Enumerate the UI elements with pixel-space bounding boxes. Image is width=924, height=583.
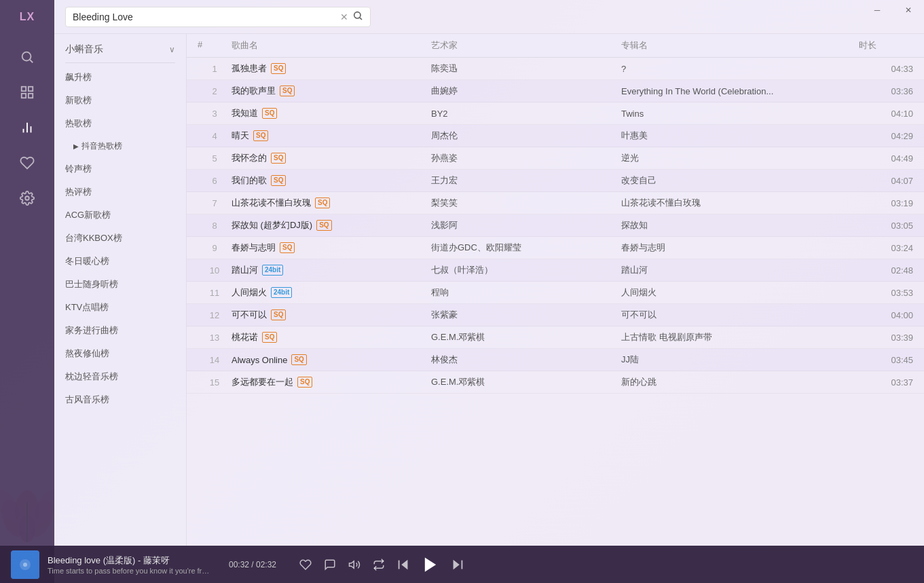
- song-artist: G.E.M.邓紫棋: [431, 331, 621, 343]
- nav-item-lingshen[interactable]: 铃声榜: [54, 157, 186, 181]
- song-album: Everything In The World (Celebration...: [621, 86, 859, 96]
- song-artist: 程响: [431, 286, 621, 299]
- nav-item-xinge[interactable]: 新歌榜: [54, 89, 186, 112]
- sidebar: LX: [0, 0, 54, 583]
- nav-item-gufeng[interactable]: 古风音乐榜: [54, 388, 186, 411]
- search-wrapper: ✕: [65, 7, 371, 27]
- table-row[interactable]: 8 探故知 (超梦幻DJ版) SQ 浅影阿 探故知 03:05: [187, 214, 924, 237]
- song-name: 可不可以: [232, 309, 267, 321]
- svg-rect-3: [29, 87, 33, 91]
- sq-badge: SQ: [271, 175, 286, 186]
- col-album: 专辑名: [621, 39, 859, 52]
- search-input[interactable]: [73, 12, 336, 22]
- table-row[interactable]: 11 人间烟火 24bit 程响 人间烟火 03:53: [187, 282, 924, 304]
- app-logo: LX: [14, 7, 41, 27]
- song-title: 桃花诺 SQ: [232, 331, 431, 343]
- nav-item-arrow: ▶: [73, 143, 79, 150]
- song-album: 新的心跳: [621, 376, 859, 388]
- sq-badge: SQ: [315, 198, 330, 208]
- volume-button[interactable]: [344, 554, 365, 576]
- prev-button[interactable]: [392, 554, 414, 576]
- song-name: 我们的歌: [232, 174, 267, 187]
- player-bar: Bleeding love (温柔版) - 藤茉呀 Time starts to…: [0, 546, 924, 583]
- nav-item-rege[interactable]: 热歌榜: [54, 112, 186, 135]
- nav-item-reping[interactable]: 热评榜: [54, 181, 186, 204]
- song-album: 逆光: [621, 152, 859, 164]
- song-artist: 张紫豪: [431, 309, 621, 321]
- table-row[interactable]: 4 晴天 SQ 周杰伦 叶惠美 04:29: [187, 125, 924, 147]
- row-number: 6: [198, 176, 232, 186]
- favorite-button[interactable]: [295, 554, 316, 576]
- sidebar-chart-icon[interactable]: [11, 111, 43, 144]
- table-row[interactable]: 1 孤独患者 SQ 陈奕迅 ? 04:33: [187, 58, 924, 80]
- nav-item-acg[interactable]: ACG新歌榜: [54, 204, 186, 227]
- nav-item-jiawu[interactable]: 家务进行曲榜: [54, 319, 186, 342]
- song-artist: 孙燕姿: [431, 152, 621, 164]
- player-controls: [295, 551, 468, 578]
- nav-item-bashi[interactable]: 巴士随身听榜: [54, 273, 186, 296]
- table-row[interactable]: 5 我怀念的 SQ 孙燕姿 逆光 04:49: [187, 147, 924, 170]
- player-subtitle: Time starts to pass before you know it y…: [48, 567, 210, 575]
- sq-badge: SQ: [291, 354, 306, 365]
- table-row[interactable]: 12 可不可以 SQ 张紫豪 可不可以 04:00: [187, 304, 924, 326]
- svg-point-17: [354, 12, 361, 18]
- nav-item-piaosheng[interactable]: 飙升榜: [54, 66, 186, 89]
- nav-item-ktv[interactable]: KTV点唱榜: [54, 296, 186, 319]
- song-duration: 03:53: [859, 288, 913, 298]
- table-row[interactable]: 7 山茶花读不懂白玫瑰 SQ 梨笑笑 山茶花读不懂白玫瑰 03:19: [187, 192, 924, 214]
- main-content: ✕ 小蝌音乐 ∨ 飙升榜 新歌榜 热歌榜 ▶抖音热歌榜 铃声榜 热评榜: [54, 0, 924, 546]
- sidebar-library-icon[interactable]: [11, 76, 43, 109]
- song-artist: 周杰伦: [431, 130, 621, 142]
- next-button[interactable]: [447, 554, 468, 576]
- table-row[interactable]: 10 踏山河 24bit 七叔（叶泽浩） 踏山河 02:48: [187, 259, 924, 282]
- row-number: 4: [198, 131, 232, 141]
- table-row[interactable]: 13 桃花诺 SQ G.E.M.邓紫棋 上古情歌 电视剧原声带 03:39: [187, 326, 924, 349]
- svg-marker-22: [350, 561, 354, 568]
- sidebar-favorite-icon[interactable]: [11, 147, 43, 179]
- close-button[interactable]: ✕: [893, 0, 924, 20]
- song-album: 改变自己: [621, 174, 859, 187]
- row-number: 3: [198, 109, 232, 119]
- minimize-button[interactable]: ─: [862, 0, 893, 20]
- song-duration: 03:37: [859, 377, 913, 388]
- sidebar-settings-icon[interactable]: [11, 182, 43, 214]
- sidebar-search-icon[interactable]: [11, 41, 43, 73]
- table-row[interactable]: 9 春娇与志明 SQ 街道办GDC、欧阳耀莹 春娇与志明 03:24: [187, 237, 924, 259]
- repeat-button[interactable]: [368, 554, 390, 576]
- bit-badge: 24bit: [271, 287, 292, 298]
- play-button[interactable]: [417, 551, 444, 578]
- song-duration: 04:07: [859, 176, 913, 186]
- nav-item-zhenbian[interactable]: 枕边轻音乐榜: [54, 365, 186, 388]
- search-submit-icon[interactable]: [352, 10, 363, 24]
- table-header: # 歌曲名 艺术家 专辑名 时长: [187, 34, 924, 58]
- song-artist: 梨笑笑: [431, 197, 621, 209]
- svg-marker-23: [401, 559, 407, 569]
- svg-point-9: [25, 196, 29, 200]
- song-album: 可不可以: [621, 309, 859, 321]
- nav-item-kkbox[interactable]: 台湾KKBOX榜: [54, 227, 186, 250]
- svg-point-0: [22, 52, 31, 61]
- lyrics-button[interactable]: [319, 554, 341, 576]
- nav-item-dongri[interactable]: 冬日暖心榜: [54, 250, 186, 273]
- nav-item-aoye[interactable]: 熬夜修仙榜: [54, 342, 186, 365]
- song-title: 山茶花读不懂白玫瑰 SQ: [232, 197, 431, 209]
- row-number: 12: [198, 310, 232, 320]
- table-row[interactable]: 15 多远都要在一起 SQ G.E.M.邓紫棋 新的心跳 03:37: [187, 371, 924, 394]
- titlebar: ─ ✕: [856, 0, 924, 20]
- nav-item-douyin[interactable]: ▶抖音热歌榜: [54, 135, 186, 157]
- table-row[interactable]: 6 我们的歌 SQ 王力宏 改变自己 04:07: [187, 170, 924, 192]
- song-name: 探故知 (超梦幻DJ版): [232, 219, 312, 231]
- table-row[interactable]: 3 我知道 SQ BY2 Twins 04:10: [187, 102, 924, 125]
- svg-rect-4: [22, 94, 26, 98]
- song-artist: 街道办GDC、欧阳耀莹: [431, 242, 621, 254]
- table-row[interactable]: 14 Always Online SQ 林俊杰 JJ陆 03:45: [187, 349, 924, 371]
- sq-badge: SQ: [271, 309, 286, 320]
- svg-rect-5: [29, 94, 33, 98]
- song-name: 踏山河: [232, 264, 258, 276]
- table-row[interactable]: 2 我的歌声里 SQ 曲婉婷 Everything In The World (…: [187, 80, 924, 102]
- song-title: 晴天 SQ: [232, 130, 431, 142]
- search-clear-icon[interactable]: ✕: [340, 12, 348, 22]
- song-name: 我知道: [232, 107, 258, 119]
- nav-header[interactable]: 小蝌音乐 ∨: [54, 39, 186, 60]
- song-title: 人间烟火 24bit: [232, 286, 431, 299]
